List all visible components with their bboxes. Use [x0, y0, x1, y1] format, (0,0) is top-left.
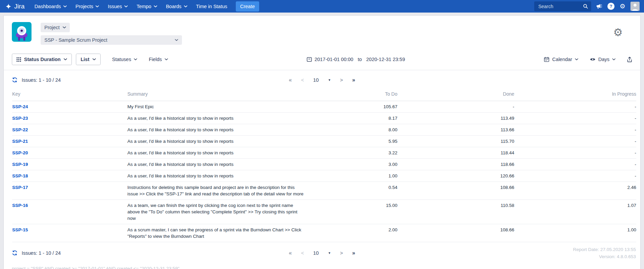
project-type-dropdown[interactable]: Project: [41, 23, 70, 32]
pagination-first-button[interactable]: «: [289, 77, 292, 83]
todo-value: 1.00: [307, 170, 397, 182]
issue-key-link[interactable]: SSP-16: [12, 203, 28, 208]
page-size-dropdown-icon[interactable]: ▼: [328, 78, 331, 82]
megaphone-icon[interactable]: [596, 4, 602, 9]
issue-key-link[interactable]: SSP-15: [12, 227, 28, 232]
table-row: SSP-17 Instructions for deleting this sa…: [12, 182, 636, 200]
refresh-icon[interactable]: [12, 77, 18, 83]
pagination-prev-button[interactable]: <: [301, 77, 304, 83]
issue-summary: As a team, we can finish the sprint by c…: [127, 202, 307, 222]
pagination-top: « < 10 ▼ > »: [289, 77, 355, 83]
search-box: [534, 1, 591, 11]
issue-key-link[interactable]: SSP-22: [12, 127, 28, 132]
page-size-value[interactable]: 10: [313, 77, 319, 83]
report-type-dropdown[interactable]: Status Duration: [12, 54, 72, 65]
nav-item-issues[interactable]: Issues: [103, 0, 132, 13]
pagination-prev-button[interactable]: <: [301, 250, 304, 256]
view-dropdown[interactable]: List: [76, 54, 101, 65]
export-icon[interactable]: [627, 57, 632, 62]
table-row: SSP-24 My First Epic 105.67 - -: [12, 101, 636, 113]
eye-icon: [590, 57, 596, 61]
issue-key-link[interactable]: SSP-21: [12, 139, 28, 144]
unit-dropdown[interactable]: Days: [590, 57, 616, 62]
done-value: 113.66: [397, 124, 514, 136]
table-row: SSP-23 As a user, I'd like a historical …: [12, 113, 636, 124]
issue-key-link[interactable]: SSP-17: [12, 185, 28, 190]
project-header: Project SSP - Sample Scrum Project ⚙: [4, 16, 640, 45]
date-range-picker[interactable]: 2017-01-01 00:00 to 2020-12-31 23:59: [168, 57, 544, 62]
report-toolbar: Status Duration List Statuses Fields: [4, 45, 640, 70]
in-progress-value: -: [514, 159, 636, 170]
refresh-icon[interactable]: [12, 250, 18, 256]
issue-key-link[interactable]: SSP-23: [12, 116, 28, 121]
chevron-down-icon: [175, 39, 178, 41]
column-header-key[interactable]: Key: [12, 84, 127, 101]
jira-logo-home[interactable]: Jira: [5, 3, 25, 10]
pagination-first-button[interactable]: «: [289, 250, 292, 256]
column-header-done[interactable]: Done: [397, 84, 514, 101]
fields-dropdown[interactable]: Fields: [149, 57, 168, 62]
column-header-summary[interactable]: Summary: [127, 84, 307, 101]
nav-item-tempo[interactable]: Tempo: [132, 0, 162, 13]
pagination-last-button[interactable]: »: [352, 77, 355, 83]
done-value: -: [397, 101, 514, 113]
table-row: SSP-22 As a user, I'd like a historical …: [12, 124, 636, 136]
issues-bar-bottom: Issues: 1 - 10 / 24 « < 10 ▼ > » Report …: [4, 242, 640, 258]
table-row: SSP-15 As a scrum master, I can see the …: [12, 224, 636, 242]
page-size-value[interactable]: 10: [313, 250, 319, 256]
nav-item-boards[interactable]: Boards: [162, 0, 192, 13]
nav-item-dashboards[interactable]: Dashboards: [30, 0, 71, 13]
table-header-row: Key Summary To Do Done In Progress: [12, 84, 636, 101]
help-icon[interactable]: ?: [607, 3, 615, 10]
report-date-label: Report Date: 27.05.2020 13:55: [573, 246, 636, 253]
issue-summary: As a user, I'd like a historical story t…: [127, 161, 307, 168]
search-icon[interactable]: [583, 4, 588, 9]
issues-bar-top: Issues: 1 - 10 / 24 « < 10 ▼ > »: [4, 70, 640, 84]
issue-key-link[interactable]: SSP-19: [12, 162, 28, 167]
gear-icon[interactable]: ⚙: [620, 3, 625, 9]
chevron-down-icon: [134, 58, 137, 60]
chevron-down-icon: [165, 58, 168, 60]
issue-summary: As a user, I'd like a historical story t…: [127, 138, 307, 145]
todo-value: 2.00: [307, 224, 397, 242]
done-value: 113.49: [397, 113, 514, 124]
page-background: Project SSP - Sample Scrum Project ⚙ Sta…: [0, 13, 644, 269]
nav-item-projects[interactable]: Projects: [71, 0, 103, 13]
issue-key-link[interactable]: SSP-18: [12, 173, 28, 178]
chevron-down-icon: [96, 5, 99, 7]
chevron-down-icon: [64, 58, 67, 60]
issue-summary: As a scrum master, I can see the progres…: [127, 227, 307, 239]
column-header-todo[interactable]: To Do: [307, 84, 397, 101]
pagination-next-button[interactable]: >: [340, 250, 343, 256]
issue-key-link[interactable]: SSP-20: [12, 150, 28, 155]
column-header-in-progress[interactable]: In Progress: [514, 84, 636, 101]
status-duration-table: Key Summary To Do Done In Progress SSP-2…: [12, 84, 636, 242]
done-value: 120.66: [397, 170, 514, 182]
todo-value: 8.17: [307, 113, 397, 124]
done-value: 118.66: [397, 159, 514, 170]
pagination-next-button[interactable]: >: [340, 77, 343, 83]
todo-value: 105.67: [307, 101, 397, 113]
pagination-last-button[interactable]: »: [352, 250, 355, 256]
page-size-dropdown-icon[interactable]: ▼: [328, 251, 331, 255]
settings-gear-icon[interactable]: ⚙: [613, 27, 623, 38]
create-button[interactable]: Create: [236, 1, 259, 12]
user-avatar[interactable]: [630, 2, 640, 11]
calendar-mode-dropdown[interactable]: Calendar: [544, 57, 578, 62]
pagination-bottom: « < 10 ▼ > »: [289, 250, 355, 256]
project-select[interactable]: SSP - Sample Scrum Project: [41, 35, 182, 45]
issue-key-link[interactable]: SSP-24: [12, 104, 28, 109]
in-progress-value: 1.00: [514, 224, 636, 242]
jira-logo-icon: [5, 3, 12, 10]
nav-item-time-in-status[interactable]: Time in Status: [192, 0, 232, 13]
issue-summary: As a user, I'd like a historical story t…: [127, 115, 307, 121]
todo-value: 3.22: [307, 147, 397, 159]
statuses-dropdown[interactable]: Statuses: [112, 57, 137, 62]
search-input[interactable]: [538, 3, 583, 9]
calendar-icon: [307, 57, 312, 62]
calendar-icon: [544, 57, 549, 62]
in-progress-value: -: [514, 101, 636, 113]
top-navigation: Jira Dashboards Projects Issues Tempo Bo…: [0, 0, 644, 13]
issue-summary: My First Epic: [127, 103, 307, 110]
done-value: 118.44: [397, 147, 514, 159]
